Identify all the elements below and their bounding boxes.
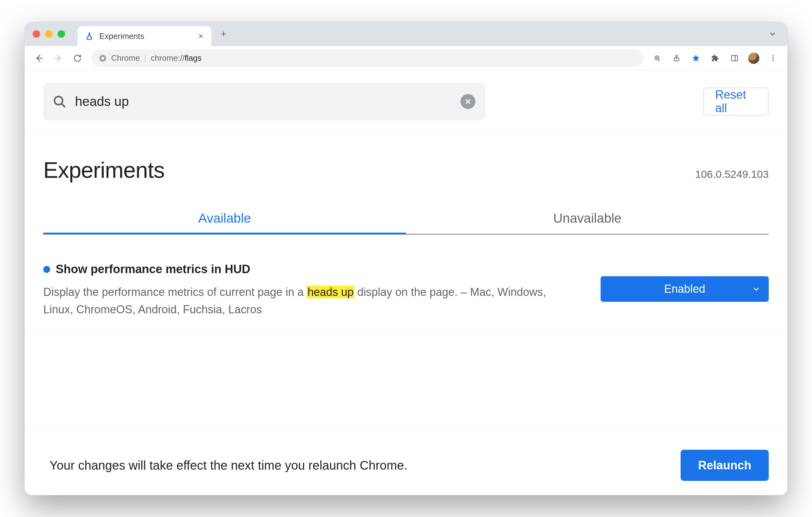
tab-list-button[interactable]	[763, 25, 782, 43]
svg-point-1	[101, 57, 104, 59]
flask-icon	[85, 32, 94, 40]
flag-state-value: Enabled	[664, 283, 705, 295]
bookmark-star-icon[interactable]	[687, 50, 704, 67]
browser-window: Experiments	[25, 22, 787, 495]
extensions-icon[interactable]	[706, 50, 724, 67]
search-row: Reset all	[25, 70, 787, 132]
zoom-icon[interactable]	[648, 50, 666, 67]
address-bar[interactable]: Chrome | chrome://flags	[91, 50, 643, 67]
page-content: Reset all Experiments 106.0.5249.103 Ava…	[25, 70, 787, 495]
version-label: 106.0.5249.103	[695, 168, 769, 180]
chevron-down-icon	[752, 285, 761, 293]
close-window-button[interactable]	[33, 30, 40, 38]
reload-button[interactable]	[69, 50, 86, 67]
search-icon	[52, 94, 67, 109]
relaunch-message: Your changes will take effect the next t…	[50, 458, 408, 472]
close-tab-icon[interactable]	[197, 32, 205, 40]
url-text: chrome://flags	[151, 53, 201, 63]
flag-description: Display the performance metrics of curre…	[43, 283, 554, 318]
tab-available[interactable]: Available	[43, 211, 406, 234]
svg-point-7	[773, 60, 774, 61]
flag-item: Show performance metrics in HUD Display …	[25, 234, 787, 331]
flag-search-input[interactable]	[75, 94, 453, 109]
forward-button[interactable]	[50, 50, 67, 67]
window-controls	[33, 30, 65, 38]
flag-info: Show performance metrics in HUD Display …	[43, 263, 582, 318]
new-tab-button[interactable]	[215, 26, 232, 42]
chrome-icon	[99, 54, 107, 62]
side-panel-icon[interactable]	[726, 50, 743, 67]
svg-point-6	[773, 57, 774, 59]
kebab-menu-icon[interactable]	[764, 50, 782, 67]
back-button[interactable]	[30, 50, 48, 67]
fullscreen-window-button[interactable]	[58, 30, 65, 38]
url-scheme-label: Chrome	[111, 53, 140, 63]
page-header: Experiments 106.0.5249.103	[25, 132, 787, 183]
flag-title: Show performance metrics in HUD	[56, 263, 250, 276]
tab-title: Experiments	[99, 31, 191, 41]
clear-search-icon[interactable]	[461, 94, 475, 109]
profile-avatar[interactable]	[745, 50, 762, 67]
toolbar: Chrome | chrome://flags	[25, 46, 787, 70]
flag-search-box[interactable]	[43, 83, 485, 120]
svg-point-8	[55, 96, 63, 105]
toolbar-actions	[648, 50, 782, 67]
svg-rect-4	[731, 55, 737, 61]
svg-point-5	[773, 55, 774, 56]
flag-state-select[interactable]: Enabled	[601, 276, 769, 302]
minimize-window-button[interactable]	[45, 30, 53, 38]
share-icon[interactable]	[668, 50, 685, 67]
reset-all-button[interactable]: Reset all	[703, 88, 769, 116]
modified-dot-icon	[43, 266, 50, 273]
page-title: Experiments	[43, 157, 165, 183]
flags-tabs: Available Unavailable	[43, 211, 769, 234]
tab-strip: Experiments	[25, 22, 787, 46]
flag-title-row: Show performance metrics in HUD	[43, 263, 582, 276]
search-highlight: heads up	[307, 286, 354, 298]
relaunch-bar: Your changes will take effect the next t…	[25, 431, 787, 495]
relaunch-button[interactable]: Relaunch	[680, 450, 769, 481]
url-separator: |	[144, 53, 146, 63]
tab-unavailable[interactable]: Unavailable	[406, 211, 769, 234]
browser-tab[interactable]: Experiments	[78, 26, 211, 46]
